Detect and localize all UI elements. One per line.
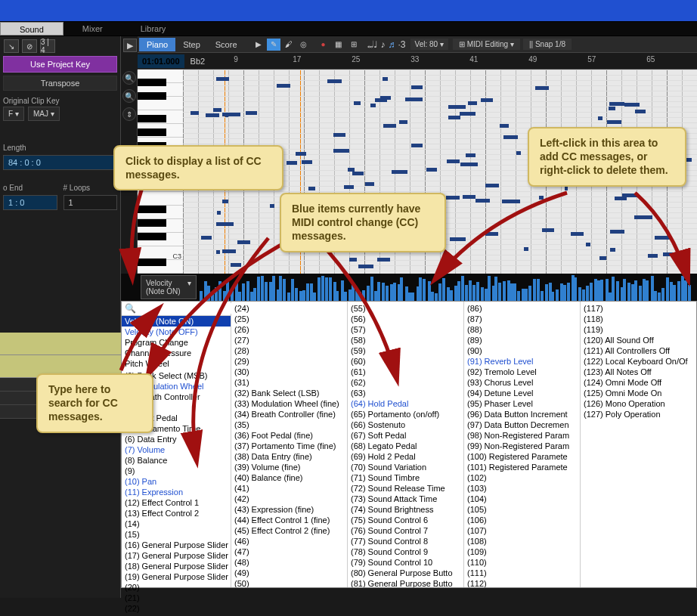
cc-list-item[interactable]: (74) Sound Brightness <box>348 504 463 515</box>
velocity-bar[interactable] <box>344 292 347 301</box>
cc-list-item[interactable]: (7) Volume <box>122 444 231 455</box>
velocity-bar[interactable] <box>517 291 520 301</box>
midi-note[interactable] <box>503 135 518 139</box>
cc-list-item[interactable]: (72) Sound Release Time <box>348 483 463 494</box>
scale-dropdown[interactable]: MAJ ▾ <box>28 107 60 121</box>
cc-list-item[interactable]: (93) Chorus Level <box>464 377 580 388</box>
midi-note[interactable] <box>344 185 354 189</box>
midi-note[interactable] <box>571 232 584 236</box>
midi-note[interactable] <box>246 111 257 115</box>
velocity-bar[interactable] <box>272 276 275 301</box>
sixteenth-note-icon[interactable]: ♬ <box>389 39 395 50</box>
cc-list-item[interactable]: (89) <box>464 335 580 345</box>
velocity-bar[interactable] <box>302 290 305 301</box>
velocity-bar[interactable] <box>551 292 554 301</box>
cc-search-input[interactable] <box>138 303 243 314</box>
midi-note[interactable] <box>411 144 422 147</box>
velocity-bar[interactable] <box>295 288 298 301</box>
piano-black-key[interactable] <box>138 79 166 86</box>
velocity-bar[interactable] <box>362 290 365 301</box>
opt-b-button[interactable]: ⊞ <box>347 39 361 51</box>
brush-tool[interactable]: 🖌 <box>282 39 296 51</box>
midi-note[interactable] <box>383 77 388 81</box>
piano-black-key[interactable] <box>138 258 166 266</box>
cc-list-item[interactable]: (24) <box>231 303 347 314</box>
velocity-bar[interactable] <box>223 291 226 301</box>
midi-note[interactable] <box>231 263 241 267</box>
cc-list-item[interactable]: Velocity (Note ON) <box>122 316 231 327</box>
velocity-bar[interactable] <box>545 284 548 301</box>
cc-list-item[interactable]: (14) <box>122 518 231 529</box>
cc-list-item[interactable]: (10) Pan <box>122 476 231 487</box>
velocity-bar[interactable] <box>423 279 426 301</box>
velocity-bar[interactable] <box>457 281 460 301</box>
cc-list-item[interactable]: (58) <box>348 335 463 345</box>
eighth-note-icon[interactable]: ♪ <box>381 39 386 50</box>
midi-note[interactable] <box>516 151 521 155</box>
velocity-bar[interactable] <box>594 279 597 301</box>
midi-note[interactable] <box>610 248 615 252</box>
midi-note[interactable] <box>222 200 228 203</box>
cc-selector-dropdown[interactable]: Velocity (Note ON)▾ <box>141 275 197 299</box>
midi-note[interactable] <box>222 249 237 253</box>
cc-list-item[interactable]: (105) <box>464 504 580 515</box>
cc-list-item[interactable]: (95) Phaser Level <box>464 398 580 409</box>
velocity-bar[interactable] <box>279 276 282 301</box>
midi-note[interactable] <box>352 172 364 175</box>
velocity-bar[interactable] <box>200 291 203 301</box>
cc-list-item[interactable]: (28) <box>231 345 347 356</box>
cc-list-item[interactable]: (43) Expression (fine) <box>231 504 347 515</box>
midi-note[interactable] <box>535 86 549 90</box>
velocity-bar[interactable] <box>318 277 321 301</box>
midi-note[interactable] <box>365 182 374 186</box>
velocity-bar[interactable] <box>246 281 249 301</box>
cc-list-item[interactable]: (33) Modulation Wheel (fine) <box>231 398 347 409</box>
cc-list-item[interactable]: (25) <box>231 314 347 324</box>
velocity-bar[interactable] <box>541 291 544 301</box>
cc-list-item[interactable]: (78) Sound Control 9 <box>348 546 463 557</box>
cc-list-item[interactable]: (120) All Sound Off <box>581 335 696 345</box>
velocity-bar[interactable] <box>469 280 472 301</box>
velocity-bar[interactable] <box>261 276 264 301</box>
midi-note[interactable] <box>607 120 621 124</box>
velocity-bar[interactable] <box>582 289 585 301</box>
cc-list-item[interactable]: (16) General Purpose Slider <box>122 540 231 550</box>
opt-a-button[interactable]: ▦ <box>332 39 345 51</box>
velocity-bar[interactable] <box>283 279 286 301</box>
cc-list-item[interactable]: (27) <box>231 335 347 345</box>
velocity-bar[interactable] <box>336 291 339 301</box>
cc-list-item[interactable]: (65) Portamento (on/off) <box>348 409 463 419</box>
velocity-bar[interactable] <box>313 293 316 301</box>
cc-list-item[interactable]: (44) Effect Control 1 (fine) <box>231 515 347 525</box>
cc-list-item[interactable]: (8) Balance <box>122 455 231 466</box>
velocity-bar[interactable] <box>556 289 559 301</box>
cc-list-item[interactable]: Program Change <box>122 337 231 348</box>
midi-note[interactable] <box>565 187 568 190</box>
midi-note[interactable] <box>333 149 350 153</box>
cc-list-item[interactable]: (111) <box>464 568 580 578</box>
velocity-bar[interactable] <box>670 282 673 301</box>
cc-list-item[interactable]: (96) Data Button Increment <box>464 409 580 419</box>
midi-note[interactable] <box>466 153 476 157</box>
velocity-bar[interactable] <box>211 292 214 301</box>
cc-list-item[interactable]: (46) <box>231 536 347 546</box>
midi-note[interactable] <box>615 197 627 200</box>
midi-note[interactable] <box>426 168 437 172</box>
cc-list-item[interactable]: (123) All Notes Off <box>581 367 696 377</box>
midi-note[interactable] <box>354 101 361 105</box>
cc-list-item[interactable]: (75) Sound Control 6 <box>348 515 463 525</box>
midi-note[interactable] <box>476 199 490 203</box>
zoom-out-h-button[interactable]: 🔍 <box>122 89 136 103</box>
velocity-bars[interactable] <box>200 274 697 301</box>
cc-list-item[interactable]: (68) Legato Pedal <box>348 441 463 451</box>
velocity-bar[interactable] <box>253 288 256 301</box>
midi-note[interactable] <box>358 265 373 268</box>
cc-list-item[interactable]: (101) Registered Paramete <box>464 462 580 472</box>
cc-list-item[interactable]: (57) <box>348 324 463 335</box>
velocity-bar[interactable] <box>634 280 637 301</box>
cc-list-item[interactable]: (49) <box>231 568 347 578</box>
midi-note[interactable] <box>201 236 212 240</box>
cc-list-item[interactable]: (55) <box>348 303 463 314</box>
midi-note[interactable] <box>216 77 230 81</box>
cc-list-item[interactable]: (61) <box>348 367 463 377</box>
